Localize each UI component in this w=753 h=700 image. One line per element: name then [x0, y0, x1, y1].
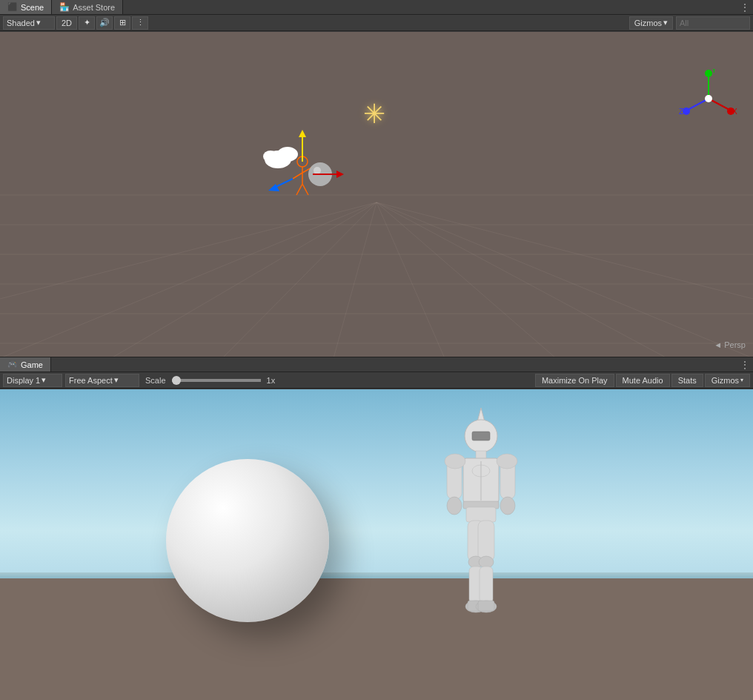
audio-icon: 🔊 — [99, 18, 110, 27]
svg-point-41 — [683, 108, 690, 115]
character-object — [407, 400, 555, 638]
scene-panel: ⬛ Scene 🏪 Asset Store ⋮ Shaded ▾ 2D ✦ 🔊 … — [0, 0, 753, 357]
fx-icon: ✦ — [84, 18, 90, 27]
2d-button[interactable]: 2D — [56, 16, 77, 30]
scene-tab-bar: ⬛ Scene 🏪 Asset Store ⋮ — [0, 0, 753, 15]
axis-gizmo[interactable]: Y X Z — [679, 69, 738, 128]
svg-point-68 — [497, 454, 517, 469]
shading-label: Shaded — [7, 19, 35, 27]
more-icon: ⋮ — [136, 18, 145, 27]
display-label: Display 1 — [7, 376, 40, 385]
more-scene-tools-button[interactable]: ⋮ — [132, 16, 148, 30]
svg-rect-66 — [478, 601, 494, 611]
persp-label: ◄ Persp — [714, 340, 746, 349]
svg-text:Z: Z — [679, 108, 683, 116]
fx-button[interactable]: ✦ — [79, 16, 95, 30]
asset-store-tab[interactable]: 🏪 Asset Store — [52, 0, 123, 14]
game-tab-label: Game — [21, 360, 43, 369]
svg-line-24 — [296, 184, 302, 195]
svg-point-19 — [263, 151, 278, 162]
shading-dropdown[interactable]: Shaded ▾ — [3, 16, 55, 30]
game-gizmos-button[interactable]: Gizmos ▾ — [705, 374, 750, 387]
audio-button[interactable]: 🔊 — [96, 16, 113, 30]
aspect-chevron: ▾ — [114, 375, 119, 385]
svg-point-56 — [500, 497, 515, 515]
scene-tab-label: Scene — [21, 3, 44, 12]
display-chevron: ▾ — [42, 375, 46, 385]
svg-text:Y: Y — [711, 69, 717, 74]
store-icon: 🏪 — [59, 2, 70, 12]
svg-marker-29 — [299, 130, 306, 137]
sphere-object — [166, 459, 329, 622]
grid-button[interactable]: ⊞ — [114, 16, 130, 30]
grid-icon: ⊞ — [119, 18, 126, 27]
aspect-dropdown[interactable]: Free Aspect ▾ — [65, 374, 139, 387]
svg-point-60 — [479, 556, 494, 568]
scene-grid — [0, 32, 753, 357]
game-tab-bar: 🎮 Game ⋮ — [0, 357, 753, 372]
game-toolbar: Display 1 ▾ Free Aspect ▾ Scale 1x Maxim… — [0, 372, 753, 389]
svg-rect-0 — [0, 32, 753, 357]
asset-store-tab-label: Asset Store — [73, 3, 115, 12]
svg-line-22 — [293, 173, 302, 179]
scene-tab[interactable]: ⬛ Scene — [0, 0, 52, 14]
shading-chevron: ▾ — [36, 18, 41, 27]
svg-rect-46 — [472, 432, 490, 440]
svg-marker-31 — [336, 171, 344, 178]
ground-background — [0, 575, 753, 700]
scale-slider[interactable] — [172, 379, 261, 382]
scene-tab-icon: ⬛ — [7, 2, 18, 12]
display-dropdown[interactable]: Display 1 ▾ — [3, 374, 62, 387]
svg-rect-62 — [480, 567, 493, 604]
scene-viewport[interactable]: ✳ — [0, 32, 753, 357]
svg-rect-58 — [478, 521, 494, 561]
game-right-buttons: Maximize On Play Mute Audio Stats Gizmos… — [535, 374, 750, 387]
scale-value: 1x — [267, 376, 276, 385]
gizmos-button[interactable]: Gizmos ▾ — [629, 16, 673, 30]
svg-rect-52 — [466, 507, 496, 522]
svg-point-43 — [705, 95, 712, 102]
sky-background — [0, 389, 753, 591]
sun-icon: ✳ — [363, 99, 385, 130]
toolbar-right: Gizmos ▾ — [629, 16, 750, 30]
svg-point-27 — [314, 167, 321, 174]
svg-text:X: X — [732, 108, 737, 116]
search-input[interactable] — [676, 16, 750, 30]
gizmos-chevron: ▾ — [663, 18, 668, 27]
svg-line-25 — [302, 184, 308, 195]
svg-point-67 — [445, 454, 465, 469]
scale-label: Scale — [145, 376, 166, 385]
game-gizmos-chevron: ▾ — [740, 377, 743, 383]
game-viewport[interactable] — [0, 389, 753, 700]
game-panel: 🎮 Game ⋮ Display 1 ▾ Free Aspect ▾ Scale… — [0, 357, 753, 700]
svg-marker-33 — [268, 184, 279, 191]
svg-point-54 — [447, 497, 462, 515]
svg-point-18 — [277, 147, 298, 162]
game-tab-overflow-icon[interactable]: ⋮ — [740, 359, 750, 371]
game-tab[interactable]: 🎮 Game — [0, 357, 51, 372]
stats-button[interactable]: Stats — [671, 374, 703, 387]
gizmos-label: Gizmos — [634, 19, 662, 27]
aspect-label: Free Aspect — [69, 376, 113, 385]
horizon-line — [0, 572, 753, 578]
tab-overflow-icon[interactable]: ⋮ — [740, 1, 750, 13]
scene-center-gizmo — [252, 121, 341, 210]
svg-line-32 — [274, 179, 293, 188]
mute-audio-button[interactable]: Mute Audio — [616, 374, 670, 387]
tab-spacer: ⋮ — [123, 0, 753, 14]
scene-toolbar: Shaded ▾ 2D ✦ 🔊 ⊞ ⋮ Gizmos ▾ — [0, 15, 753, 31]
game-tab-icon: 🎮 — [7, 360, 18, 369]
game-tab-spacer: ⋮ — [51, 357, 753, 372]
maximize-on-play-button[interactable]: Maximize On Play — [535, 374, 614, 387]
